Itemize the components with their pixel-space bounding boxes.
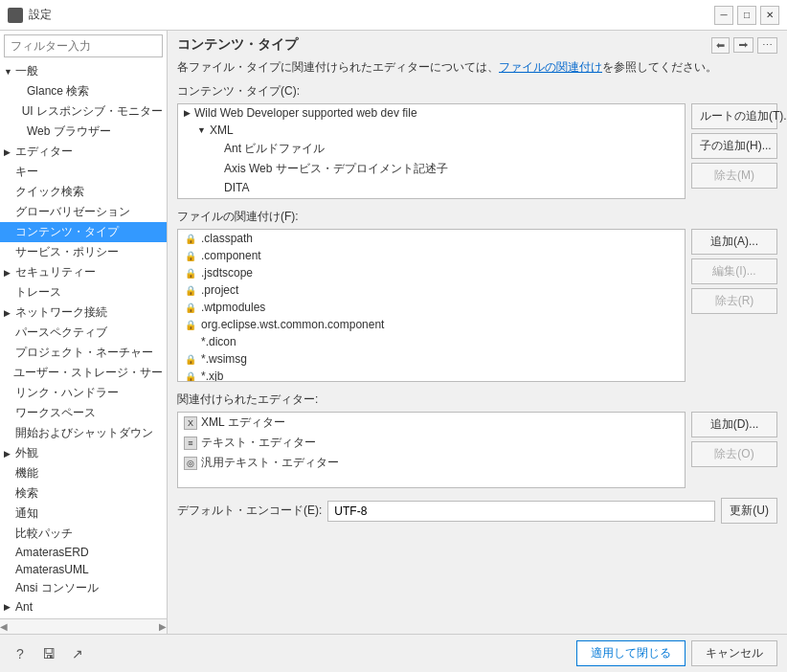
sidebar-item-search[interactable]: 検索 — [0, 483, 167, 504]
content-type-item[interactable]: Axis Web サービス・デプロイメント記述子 — [178, 159, 685, 179]
content-area: コンテンツ・タイプ ⬅ ⮕ ⋯ 各ファイル・タイプに関連付けられたエディターにつ… — [168, 31, 787, 634]
sidebar-item-ant[interactable]: ▶Ant — [0, 598, 167, 616]
sidebar-item-appearance[interactable]: ▶外観 — [0, 443, 167, 463]
desc-suffix: を参照してください。 — [602, 60, 717, 74]
remove-content-type-button[interactable]: 除去(M) — [691, 163, 777, 189]
related-editor-item[interactable]: ≡テキスト・エディター — [178, 433, 685, 453]
sidebar-item-label: AmaterasUML — [15, 563, 89, 576]
sidebar-item-amaterasu-erd[interactable]: AmaterasERD — [0, 544, 167, 561]
file-assoc-item[interactable]: *.dicon — [178, 333, 685, 350]
minimize-button[interactable]: ─ — [714, 6, 733, 25]
sidebar-item-network[interactable]: ▶ネットワーク接続 — [0, 302, 167, 323]
related-editor-item[interactable]: XXML エディター — [178, 413, 685, 433]
content-type-item[interactable]: ▼XML — [178, 122, 685, 139]
description-text: 各ファイル・タイプに関連付けられたエディターについては、ファイルの関連付けを参照… — [177, 59, 777, 76]
close-button[interactable]: ✕ — [760, 6, 779, 25]
sidebar-item-label: リンク・ハンドラー — [15, 385, 119, 401]
lock-icon: 🔒 — [184, 318, 197, 331]
file-assoc-item[interactable]: 🔒*.wsimsg — [178, 350, 685, 368]
add-editor-button[interactable]: 追加(D)... — [691, 412, 777, 437]
file-assoc-item[interactable]: 🔒org.eclipse.wst.common.component — [178, 316, 685, 333]
help-button[interactable]: ? — [10, 643, 31, 664]
file-assoc-item[interactable]: 🔒.jsdtscope — [178, 264, 685, 281]
sidebar-item-globalization[interactable]: グローバリゼーション — [0, 202, 167, 222]
content-type-buttons: ルートの追加(T)... 子の追加(H)... 除去(M) — [691, 103, 777, 189]
sidebar-item-label: ネットワーク接続 — [15, 304, 107, 321]
title-bar-controls: ─ □ ✕ — [714, 6, 779, 25]
apply-close-button[interactable]: 適用して閉じる — [576, 640, 686, 666]
file-assoc-item[interactable]: 🔒.project — [178, 281, 685, 299]
sidebar-item-perspective[interactable]: パースペクティブ — [0, 323, 167, 343]
editor-icon: ≡ — [184, 437, 197, 450]
add-assoc-button[interactable]: 追加(A)... — [691, 229, 777, 255]
sidebar-item-keys[interactable]: キー — [0, 162, 167, 182]
related-editor-item[interactable]: ◎汎用テキスト・エディター — [178, 453, 685, 473]
sidebar-item-security[interactable]: ▶セキュリティー — [0, 262, 167, 282]
file-assoc-item[interactable]: 🔒*.xjb — [178, 368, 685, 382]
sidebar-item-service-policy[interactable]: サービス・ポリシー — [0, 242, 167, 262]
chevron-icon: ▶ — [4, 147, 13, 157]
content-type-item[interactable]: Ant ビルドファイル — [178, 139, 685, 159]
sidebar-item-startup[interactable]: 開始およびシャットダウン — [0, 423, 167, 443]
back-button[interactable]: ⬅ — [711, 37, 730, 54]
add-root-button[interactable]: ルートの追加(T)... — [691, 103, 777, 129]
content-type-item[interactable]: DITA — [178, 179, 685, 196]
sidebar-item-editors[interactable]: ▶エディター — [0, 142, 167, 162]
sidebar-item-ansi-console[interactable]: Ansi コンソール — [0, 578, 167, 598]
sidebar-item-quick-search[interactable]: クイック検索 — [0, 182, 167, 202]
file-assoc-item-label: .project — [201, 283, 238, 297]
more-button[interactable]: ⋯ — [757, 37, 777, 54]
filter-input[interactable] — [4, 34, 163, 57]
sidebar: ▼一般Glance 検索UI レスポンシブ・モニターWeb ブラウザー▶エディタ… — [0, 31, 168, 634]
export-icon-button[interactable]: ↗ — [67, 643, 88, 664]
maximize-button[interactable]: □ — [737, 6, 756, 25]
chevron-icon: ▶ — [4, 602, 13, 612]
save-icon-button[interactable]: 🖫 — [38, 643, 59, 664]
chevron-icon: ▶ — [4, 308, 13, 318]
sidebar-item-label: パースペクティブ — [15, 325, 107, 341]
file-icon — [184, 335, 197, 348]
edit-assoc-button[interactable]: 編集(I)... — [691, 258, 777, 284]
chevron-icon: ▼ — [197, 125, 206, 135]
sidebar-item-user-storage[interactable]: ユーザー・ストレージ・サー — [0, 363, 167, 383]
content-type-item[interactable]: ▶Wild Web Developer supported web dev fi… — [178, 104, 685, 122]
sidebar-item-label: Ansi コンソール — [15, 580, 99, 596]
chevron-icon: ▶ — [184, 108, 191, 118]
content-type-list: ▶Wild Web Developer supported web dev fi… — [177, 103, 686, 199]
sidebar-item-workspace[interactable]: ワークスペース — [0, 403, 167, 423]
remove-assoc-button[interactable]: 除去(R) — [691, 288, 777, 314]
sidebar-item-amaterasu-uml[interactable]: AmaterasUML — [0, 561, 167, 578]
sidebar-item-notifications[interactable]: 通知 — [0, 504, 167, 524]
sidebar-item-web-browser[interactable]: Web ブラウザー — [0, 122, 167, 142]
file-assoc-item[interactable]: 🔒.classpath — [178, 230, 685, 247]
add-child-button[interactable]: 子の追加(H)... — [691, 133, 777, 159]
sidebar-item-ui-responsive[interactable]: UI レスポンシブ・モニター — [0, 101, 167, 122]
chevron-icon: ▼ — [4, 67, 13, 77]
encoding-input[interactable] — [327, 501, 715, 522]
file-assoc-item[interactable]: 🔒.wtpmodules — [178, 299, 685, 316]
content-type-item[interactable]: Docbook — [178, 196, 685, 199]
cancel-button[interactable]: キャンセル — [691, 640, 777, 666]
related-editor-list: XXML エディター≡テキスト・エディター◎汎用テキスト・エディター — [177, 412, 686, 488]
remove-editor-button[interactable]: 除去(O) — [691, 441, 777, 467]
editor-icon: X — [184, 416, 197, 430]
sidebar-item-trace[interactable]: トレース — [0, 282, 167, 302]
file-assoc-item[interactable]: 🔒.component — [178, 247, 685, 264]
sidebar-item-link-handler[interactable]: リンク・ハンドラー — [0, 383, 167, 403]
sidebar-item-features[interactable]: 機能 — [0, 463, 167, 483]
sidebar-item-label: 機能 — [15, 465, 38, 482]
sidebar-item-label: セキュリティー — [15, 264, 96, 280]
sidebar-item-general[interactable]: ▼一般 — [0, 61, 167, 81]
content-type-section: コンテンツ・タイプ(C): ▶Wild Web Developer suppor… — [177, 83, 777, 199]
related-editor-buttons: 追加(D)... 除去(O) — [691, 412, 777, 467]
file-assoc-link[interactable]: ファイルの関連付け — [499, 60, 602, 74]
forward-button[interactable]: ⮕ — [733, 37, 753, 53]
lock-icon: 🔒 — [184, 232, 197, 245]
content-type-item-label: Wild Web Developer supported web dev fil… — [194, 106, 417, 120]
sidebar-item-content-type[interactable]: コンテンツ・タイプ — [0, 222, 167, 242]
sidebar-item-glance[interactable]: Glance 検索 — [0, 81, 167, 101]
sidebar-item-project-nature[interactable]: プロジェクト・ネーチャー — [0, 343, 167, 363]
sidebar-item-label: 一般 — [15, 63, 38, 79]
sidebar-item-compare-patch[interactable]: 比較パッチ — [0, 524, 167, 544]
update-encoding-button[interactable]: 更新(U) — [721, 498, 777, 524]
